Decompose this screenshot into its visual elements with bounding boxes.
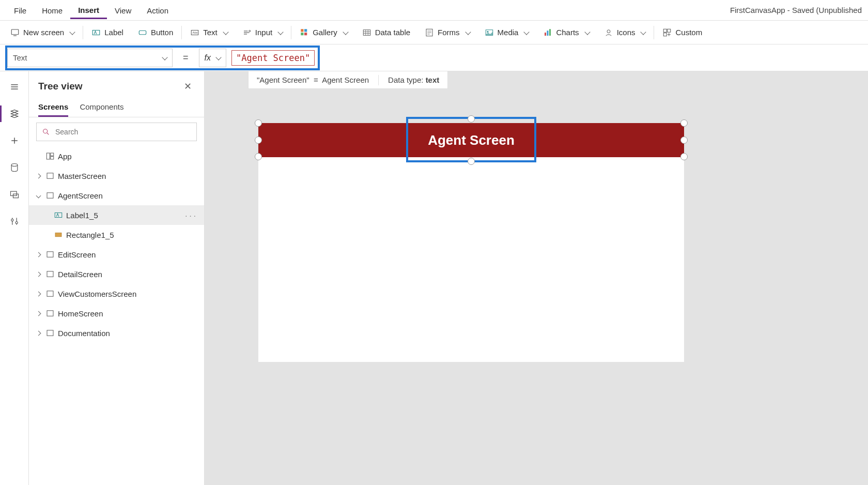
tree-node-rectangle1-5[interactable]: Rectangle1_5 (29, 225, 204, 245)
svg-point-28 (607, 29, 610, 33)
chevron-down-icon (278, 29, 284, 35)
screen-icon (45, 289, 55, 298)
tree-search-input[interactable] (54, 127, 191, 137)
insert-custom-button[interactable]: Custom (655, 21, 709, 44)
formula-input[interactable] (322, 44, 868, 71)
tree-node-homescreen[interactable]: HomeScreen (29, 304, 204, 323)
selection-handle[interactable] (680, 153, 688, 160)
expand-toggle[interactable] (34, 329, 42, 338)
search-icon (42, 128, 50, 136)
tree-node-label: App (58, 152, 199, 161)
svg-rect-3 (139, 31, 146, 35)
svg-rect-49 (51, 153, 54, 156)
insert-media-button[interactable]: Media (477, 21, 536, 44)
tree-node-agentscreen[interactable]: AgentScreen (29, 186, 204, 205)
insert-charts-button[interactable]: Charts (536, 21, 596, 44)
selection-handle[interactable] (680, 137, 688, 144)
tree-close-button[interactable]: ✕ (181, 79, 195, 94)
main-area: Tree view ✕ Screens Components App (0, 71, 868, 485)
expand-toggle[interactable] (34, 172, 42, 180)
expand-toggle[interactable] (34, 191, 42, 200)
insert-input-button[interactable]: Input (235, 21, 290, 44)
tab-components[interactable]: Components (80, 99, 123, 117)
menu-home[interactable]: Home (34, 2, 70, 18)
insert-icons-label: Icons (617, 28, 636, 37)
insert-text-button[interactable]: Abc Text (183, 21, 235, 44)
chevron-down-icon (343, 29, 348, 35)
tree-node-label: AgentScreen (58, 191, 199, 200)
svg-rect-13 (304, 33, 307, 35)
selection-handle[interactable] (680, 119, 688, 127)
more-button[interactable]: · · · (182, 211, 199, 220)
selection-handle[interactable] (468, 115, 475, 123)
tree-node-app[interactable]: App (29, 146, 204, 166)
menu-view[interactable]: View (107, 2, 139, 18)
rail-tree-view[interactable] (8, 108, 21, 120)
rail-advanced[interactable] (8, 215, 21, 228)
insert-gallery-button[interactable]: Gallery (292, 21, 355, 44)
ribbon-toolbar: New screen Label Button Abc Text Input G… (0, 21, 868, 44)
insert-button-button[interactable]: Button (131, 21, 180, 44)
equals-sign: = (178, 52, 194, 63)
fx-button[interactable]: fx (199, 49, 226, 67)
rail-insert[interactable] (8, 134, 21, 147)
svg-point-45 (16, 221, 18, 223)
svg-rect-25 (545, 33, 546, 36)
svg-rect-50 (51, 157, 54, 159)
label-icon (91, 28, 101, 37)
tree-node-detailscreen[interactable]: DetailScreen (29, 264, 204, 284)
svg-rect-51 (47, 173, 53, 179)
insert-forms-button[interactable]: Forms (417, 21, 477, 44)
selection-handle[interactable] (255, 153, 262, 160)
expand-toggle[interactable] (34, 309, 42, 318)
insert-label-button[interactable]: Label (84, 21, 131, 44)
svg-rect-56 (47, 271, 53, 277)
tree-list: App MasterScreen AgentScreen Label1_5 · … (29, 146, 204, 485)
selection-handle[interactable] (468, 158, 475, 165)
expand-toggle[interactable] (34, 270, 42, 279)
form-icon (425, 28, 434, 37)
tree-node-masterscreen[interactable]: MasterScreen (29, 166, 204, 186)
divider (378, 75, 379, 85)
input-icon (242, 28, 252, 37)
custom-icon (662, 28, 672, 37)
svg-rect-58 (47, 311, 53, 316)
selection-handle[interactable] (255, 137, 262, 144)
tab-screens[interactable]: Screens (38, 99, 68, 117)
text-icon: Abc (190, 28, 199, 37)
svg-point-44 (11, 219, 13, 221)
menu-action[interactable]: Action (139, 2, 176, 18)
tree-node-label: EditScreen (58, 250, 199, 259)
insert-icons-button[interactable]: Icons (597, 21, 653, 44)
expand-toggle[interactable] (34, 250, 42, 259)
tree-node-label: Label1_5 (66, 211, 179, 220)
chart-icon (543, 28, 552, 37)
expand-toggle[interactable] (34, 290, 42, 298)
insert-gallery-label: Gallery (313, 28, 337, 37)
tree-node-documentation[interactable]: Documentation (29, 323, 204, 343)
formula-bar: Text = fx "Agent Screen" (0, 44, 868, 71)
menu-insert[interactable]: Insert (70, 2, 107, 19)
tree-node-editscreen[interactable]: EditScreen (29, 245, 204, 264)
label1-5-control[interactable]: Agent Screen (408, 123, 534, 157)
rail-media[interactable] (8, 188, 21, 201)
insert-label-text: Label (104, 28, 123, 37)
new-screen-button[interactable]: New screen (3, 21, 82, 44)
rail-hamburger[interactable] (8, 81, 21, 93)
svg-rect-29 (664, 29, 667, 32)
insert-datatable-button[interactable]: Data table (355, 21, 417, 44)
selection-handle[interactable] (255, 119, 262, 127)
divider (83, 26, 83, 39)
property-name: Text (13, 53, 27, 62)
svg-rect-54 (55, 233, 61, 237)
property-selector[interactable]: Text (7, 49, 173, 67)
tree-node-label1-5[interactable]: Label1_5 · · · (29, 205, 204, 225)
formula-value[interactable]: "Agent Screen" (231, 50, 315, 66)
tree-node-viewcustomers[interactable]: ViewCustomersScreen (29, 284, 204, 304)
menu-file[interactable]: File (6, 2, 34, 18)
canvas-area[interactable]: Agent Screen (205, 71, 868, 485)
insert-text-label: Text (203, 28, 218, 37)
rail-data[interactable] (8, 161, 21, 174)
tree-search-box[interactable] (36, 123, 197, 141)
tree-view-panel: Tree view ✕ Screens Components App (29, 71, 205, 485)
